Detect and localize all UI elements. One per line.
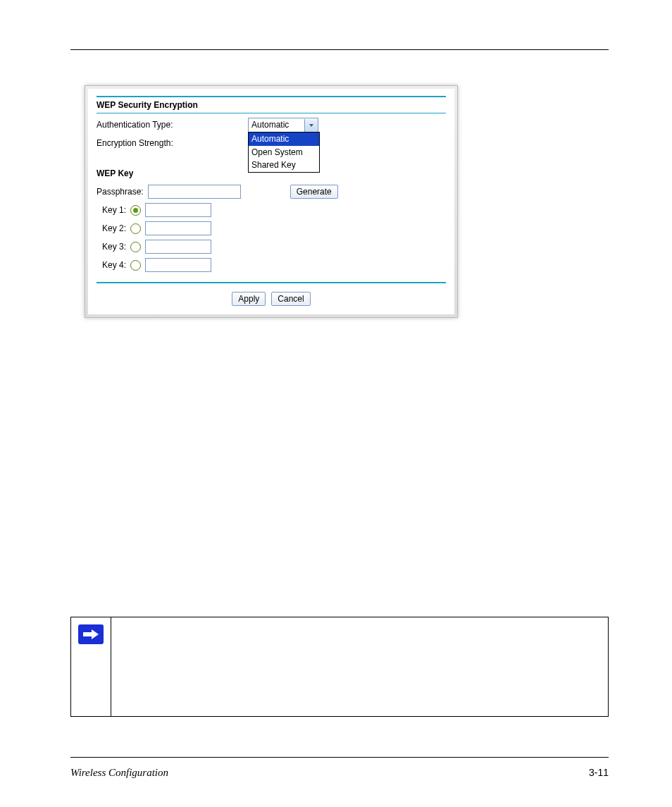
auth-type-row: Authentication Type: Automatic Automatic…	[97, 118, 446, 133]
note-icon-cell	[71, 617, 111, 716]
bottom-rule	[70, 757, 609, 758]
dropdown-selected-value: Automatic	[251, 119, 289, 131]
key-2-radio[interactable]	[130, 223, 141, 234]
wep-config-panel: WEP Security Encryption Authentication T…	[88, 89, 454, 314]
key-label: Key 3:	[97, 241, 126, 253]
dropdown-option-shared-key[interactable]: Shared Key	[249, 159, 319, 172]
chevron-down-icon[interactable]	[304, 119, 318, 132]
key-4-radio[interactable]	[130, 260, 141, 271]
page-footer: Wireless Configuration 3-11	[70, 767, 609, 779]
key-label: Key 4:	[97, 259, 126, 271]
key-label: Key 1:	[97, 204, 126, 216]
key-row-2: Key 2:	[97, 221, 446, 235]
note-box	[70, 617, 609, 717]
arrow-right-icon	[78, 624, 104, 644]
footer-section-title: Wireless Configuration	[70, 767, 168, 779]
cancel-button[interactable]: Cancel	[271, 292, 310, 306]
key-3-input[interactable]	[145, 240, 211, 254]
generate-button[interactable]: Generate	[290, 185, 338, 199]
document-page: WEP Security Encryption Authentication T…	[0, 0, 672, 807]
passphrase-label: Passphrase:	[97, 186, 144, 198]
note-body	[111, 617, 608, 716]
key-label: Key 2:	[97, 223, 126, 235]
footer-page-number: 3-11	[589, 767, 609, 779]
auth-type-label: Authentication Type:	[97, 119, 248, 131]
auth-type-dropdown[interactable]: Automatic Automatic Open System Shared K…	[248, 118, 318, 133]
encryption-strength-label: Encryption Strength:	[97, 137, 248, 149]
key-1-radio[interactable]	[130, 205, 141, 216]
dropdown-option-open-system[interactable]: Open System	[249, 146, 319, 159]
key-row-1: Key 1:	[97, 203, 446, 217]
key-1-input[interactable]	[145, 203, 211, 217]
passphrase-input[interactable]	[148, 185, 241, 199]
key-row-4: Key 4:	[97, 258, 446, 272]
panel-footer-buttons: Apply Cancel	[97, 292, 446, 306]
key-3-radio[interactable]	[130, 242, 141, 252]
dropdown-button[interactable]: Automatic	[248, 118, 318, 133]
apply-button[interactable]: Apply	[232, 292, 266, 306]
panel-heading: WEP Security Encryption	[97, 96, 446, 113]
key-4-input[interactable]	[145, 258, 211, 272]
key-2-input[interactable]	[145, 221, 211, 235]
wep-keys-group: Key 1: Key 2: Key 3: Key 4:	[97, 203, 446, 272]
passphrase-row: Passphrase: Generate	[97, 185, 446, 199]
dropdown-option-automatic[interactable]: Automatic	[249, 133, 319, 146]
top-rule	[70, 49, 609, 50]
dropdown-list: Automatic Open System Shared Key	[248, 132, 320, 173]
screenshot-frame: WEP Security Encryption Authentication T…	[85, 85, 458, 318]
key-row-3: Key 3:	[97, 240, 446, 254]
divider	[97, 282, 446, 283]
